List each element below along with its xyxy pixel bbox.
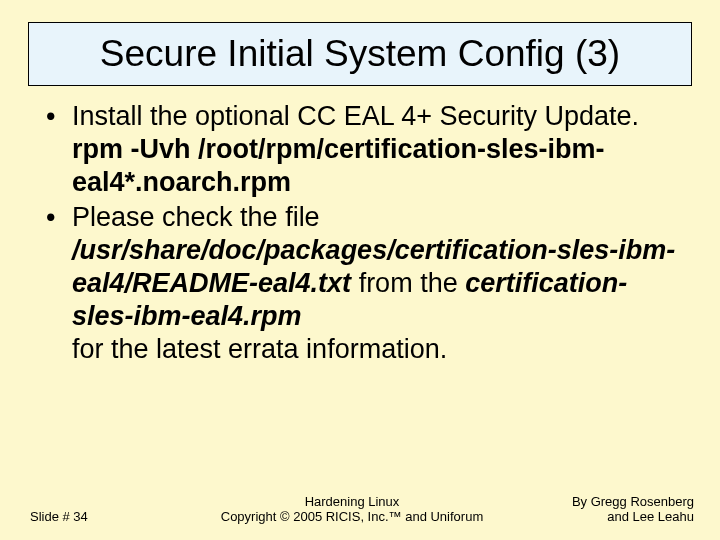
command-text: rpm -Uvh /root/rpm/certification-sles-ib… bbox=[72, 134, 605, 197]
author-line: and Lee Leahu bbox=[607, 509, 694, 524]
footer-title: Hardening Linux bbox=[305, 494, 400, 509]
slide-title: Secure Initial System Config (3) bbox=[37, 33, 683, 75]
bullet-item: Install the optional CC EAL 4+ Security … bbox=[44, 100, 680, 199]
bullet-text: for the latest errata information. bbox=[72, 334, 447, 364]
footer-authors: By Gregg Rosenberg and Lee Leahu bbox=[524, 494, 694, 524]
bullet-text: Please check the file bbox=[72, 202, 320, 232]
bullet-list: Install the optional CC EAL 4+ Security … bbox=[44, 100, 680, 366]
slide-content: Install the optional CC EAL 4+ Security … bbox=[44, 100, 680, 366]
bullet-item: Please check the file /usr/share/doc/pac… bbox=[44, 201, 680, 366]
slide-number: Slide # 34 bbox=[30, 509, 180, 524]
footer-center: Hardening Linux Copyright © 2005 RICIS, … bbox=[180, 494, 524, 524]
slide-title-box: Secure Initial System Config (3) bbox=[28, 22, 692, 86]
footer-copyright: Copyright © 2005 RICIS, Inc.™ and Unifor… bbox=[221, 509, 483, 524]
bullet-text: from the bbox=[359, 268, 466, 298]
slide-footer: Slide # 34 Hardening Linux Copyright © 2… bbox=[0, 494, 720, 524]
author-line: By Gregg Rosenberg bbox=[572, 494, 694, 509]
bullet-text: Install the optional CC EAL 4+ Security … bbox=[72, 101, 639, 131]
